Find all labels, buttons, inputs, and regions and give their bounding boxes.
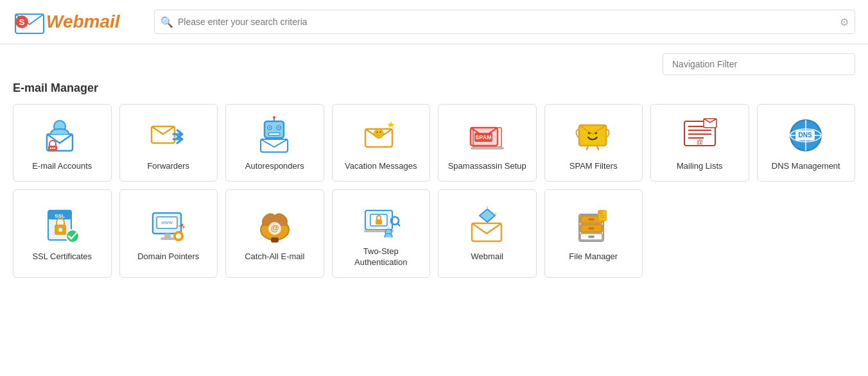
- svg-rect-68: [271, 237, 279, 243]
- tile-domain-pointers-label: Domain Pointers: [137, 252, 199, 262]
- tile-mailing-lists-label: Mailing Lists: [677, 161, 723, 172]
- tile-vacation-messages-label: Vacation Messages: [345, 161, 417, 172]
- svg-point-17: [273, 116, 275, 119]
- logo: S Webmail: [13, 5, 141, 38]
- catch-all-email-icon: @: [256, 207, 294, 245]
- tile-webmail-label: Webmail: [471, 252, 503, 262]
- tile-file-manager-label: File Manager: [569, 252, 618, 262]
- tile-catch-all-label: Catch-All E-mail: [245, 252, 304, 262]
- svg-rect-28: [471, 147, 504, 150]
- tile-mailing-lists[interactable]: @ Mailing Lists: [650, 104, 749, 182]
- spamassassin-icon: SPAM: [468, 116, 507, 155]
- tile-two-step-auth-label: Two-Step Authentication: [339, 246, 424, 268]
- app-grid: E-mail Accounts Forwarders: [13, 104, 855, 278]
- svg-rect-59: [161, 237, 175, 240]
- file-manager-icon: [574, 207, 612, 245]
- svg-marker-91: [598, 210, 602, 214]
- email-manager-section: E-mail Manager: [0, 81, 868, 291]
- vacation-messages-icon: [361, 116, 400, 155]
- svg-point-62: [176, 234, 181, 239]
- tile-spam-filters-label: SPAM Filters: [569, 161, 618, 172]
- dns-management-icon: DNS: [786, 116, 825, 155]
- svg-text:www: www: [161, 219, 173, 225]
- forwarders-icon: [149, 116, 187, 155]
- domain-pointers-icon: www: [149, 207, 187, 245]
- svg-text:@: @: [697, 139, 703, 146]
- tile-spam-filters[interactable]: SPAM Filters: [544, 104, 643, 182]
- svg-point-7: [52, 148, 53, 149]
- svg-rect-15: [268, 133, 280, 135]
- tile-domain-pointers[interactable]: www Domain Pointers: [119, 189, 218, 278]
- tile-ssl-certificates-label: SSL Certificates: [32, 252, 92, 262]
- svg-marker-20: [387, 121, 395, 128]
- email-accounts-icon: [43, 116, 82, 155]
- tile-two-step-auth[interactable]: Two-Step Authentication: [332, 189, 431, 278]
- search-icon: 🔍: [161, 16, 173, 28]
- tile-webmail[interactable]: Webmail: [438, 189, 537, 278]
- tile-autoresponders-label: Autoresponders: [245, 161, 304, 172]
- svg-point-6: [50, 148, 51, 149]
- search-input[interactable]: [154, 10, 855, 34]
- svg-point-8: [54, 148, 55, 149]
- svg-text:DNS: DNS: [799, 132, 812, 139]
- tile-forwarders-label: Forwarders: [147, 161, 189, 172]
- svg-marker-79: [480, 209, 495, 222]
- logo-text: Webmail: [46, 12, 120, 32]
- tile-ssl-certificates[interactable]: SSL SSL Certificates: [13, 189, 112, 278]
- two-step-auth-icon: [361, 201, 400, 240]
- svg-point-23: [380, 132, 381, 133]
- svg-line-82: [495, 213, 496, 214]
- tile-email-accounts-label: E-mail Accounts: [32, 161, 92, 172]
- tile-vacation-messages[interactable]: Vacation Messages: [332, 104, 431, 182]
- svg-rect-87: [588, 227, 595, 230]
- svg-text:S: S: [19, 17, 25, 27]
- ssl-certificates-icon: SSL: [43, 207, 82, 245]
- spam-filters-icon: [574, 116, 612, 155]
- search-bar: 🔍 ⚙: [154, 10, 855, 34]
- svg-line-77: [397, 223, 400, 226]
- tile-dns-management[interactable]: DNS DNS Management: [757, 104, 856, 182]
- svg-text:@: @: [270, 223, 279, 233]
- nav-filter-input[interactable]: [663, 53, 855, 75]
- svg-text:SPAM: SPAM: [475, 134, 491, 141]
- nav-filter-bar: [0, 44, 868, 81]
- section-title: E-mail Manager: [13, 81, 855, 95]
- tile-autoresponders[interactable]: Autoresponders: [225, 104, 324, 182]
- svg-point-22: [377, 132, 378, 133]
- tile-spamassassin[interactable]: SPAM Spamassassin Setup: [438, 104, 537, 182]
- webmail-icon: [468, 207, 507, 245]
- svg-rect-58: [164, 234, 171, 237]
- svg-point-14: [277, 127, 279, 129]
- logo-icon: S: [13, 5, 46, 38]
- svg-point-53: [58, 228, 62, 232]
- svg-point-21: [374, 129, 383, 138]
- svg-rect-75: [376, 219, 382, 225]
- tile-spamassassin-label: Spamassassin Setup: [448, 161, 526, 172]
- mailing-lists-icon: @: [681, 116, 719, 155]
- header: S Webmail 🔍 ⚙: [0, 0, 868, 44]
- tile-dns-management-label: DNS Management: [772, 161, 840, 172]
- svg-rect-85: [588, 218, 595, 221]
- tile-email-accounts[interactable]: E-mail Accounts: [13, 104, 112, 182]
- svg-point-13: [268, 127, 270, 129]
- gear-icon[interactable]: ⚙: [840, 16, 849, 28]
- tile-forwarders[interactable]: Forwarders: [119, 104, 218, 182]
- tile-file-manager[interactable]: File Manager: [544, 189, 643, 278]
- autoresponders-icon: [256, 116, 294, 155]
- tile-catch-all-email[interactable]: @ Catch-All E-mail: [225, 189, 324, 278]
- svg-rect-89: [588, 235, 595, 238]
